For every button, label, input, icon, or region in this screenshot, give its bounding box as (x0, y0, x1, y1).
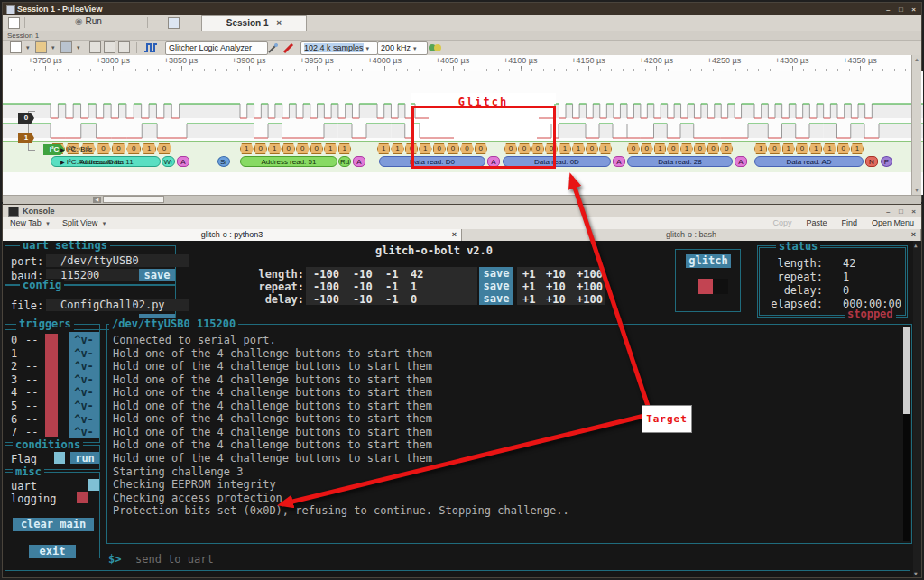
save-value-button[interactable]: save (479, 292, 513, 305)
tab-close-icon[interactable]: × (911, 229, 916, 241)
value-label: length: (250, 268, 304, 281)
uart-toggle-indicator[interactable] (88, 479, 99, 491)
ruler-label: +3800 µs (97, 56, 130, 65)
decrement-button[interactable]: -10 (353, 268, 373, 281)
decoder-wand-icon[interactable] (168, 17, 180, 29)
close-icon[interactable]: × (911, 207, 916, 216)
flag-label: Flag (11, 453, 37, 465)
glitch-armed-indicator[interactable] (698, 279, 713, 294)
minimize-icon[interactable]: – (886, 5, 890, 14)
status-panel: status length:42repeat:1delay:0elapsed:0… (757, 245, 908, 318)
menu-item-split-view[interactable]: Split View ▾ (62, 218, 106, 227)
close-icon[interactable]: × (911, 5, 916, 14)
open-file-icon[interactable] (35, 41, 47, 53)
save-value-button[interactable]: save (479, 267, 513, 280)
value-field[interactable]: 0 (411, 293, 417, 306)
clear-main-button[interactable]: clear main (13, 518, 94, 531)
save-value-button[interactable]: save (479, 280, 513, 292)
action-paste[interactable]: Paste (806, 218, 827, 227)
increment-button[interactable]: +1 (522, 293, 535, 306)
trigger-adjust-button[interactable]: ^v- (70, 334, 97, 346)
maximize-icon[interactable]: □ (899, 5, 903, 14)
sample-count-select[interactable]: 102.4 k samples▾ (300, 41, 378, 55)
action-copy[interactable]: Copy (772, 218, 791, 227)
sample-rate-select[interactable]: 200 kHz▾ (377, 41, 428, 55)
scroll-down-icon[interactable]: ▼ (914, 570, 918, 576)
tab-label: glitch-o : python3 (201, 230, 263, 239)
value-field[interactable]: 42 (411, 268, 423, 281)
trigger-adjust-button[interactable]: ^v- (70, 413, 97, 426)
flag-indicator[interactable] (54, 452, 65, 464)
configure-wand-icon[interactable] (267, 42, 279, 54)
decrement-button[interactable]: -1 (385, 281, 398, 293)
probe-icon[interactable] (282, 42, 294, 54)
tab-session-1[interactable]: Session 1 × (201, 15, 307, 31)
caret-down-icon[interactable]: ▾ (51, 44, 55, 51)
scroll-up-icon[interactable]: ▲ (914, 57, 919, 62)
restore-zoom-icon[interactable] (89, 41, 101, 53)
output-line: Protection bits set (0x0D), refusing to … (113, 504, 569, 517)
increment-button[interactable]: +10 (546, 293, 566, 306)
maximize-icon[interactable]: □ (899, 207, 903, 216)
config-file-field[interactable]: ConfigChall02.py (46, 299, 189, 311)
decrement-button[interactable]: -100 (313, 281, 339, 293)
increment-button[interactable]: +100 (577, 293, 603, 306)
misc-panel: misc uart logging clear main exit (5, 472, 100, 558)
menu-item-new-tab[interactable]: New Tab ▾ (10, 218, 50, 227)
port-field[interactable]: /dev/ttyUSB0 (46, 254, 189, 267)
tab-close-icon[interactable]: × (276, 18, 282, 28)
new-file-icon[interactable] (10, 41, 22, 53)
horizontal-scrollbar[interactable]: ◀ (3, 195, 921, 204)
run-button[interactable]: run (70, 452, 99, 464)
minimize-icon[interactable]: – (886, 207, 890, 216)
decrement-button[interactable]: -100 (313, 268, 339, 281)
increment-button[interactable]: +1 (522, 281, 535, 293)
caret-down-icon[interactable]: ▾ (26, 44, 30, 51)
trigger-adjust-button[interactable]: ^v- (70, 400, 97, 412)
increment-button[interactable]: +100 (577, 281, 603, 293)
increment-button[interactable]: +1 (522, 268, 535, 281)
new-session-icon[interactable] (8, 17, 20, 29)
tab-close-icon[interactable]: × (452, 229, 457, 241)
terminal-tab-2[interactable]: glitch-o : bash× (462, 229, 921, 241)
trigger-state: -- (25, 347, 38, 360)
action-find[interactable]: Find (841, 218, 857, 227)
increment-button[interactable]: +100 (577, 268, 603, 281)
caret-down-icon[interactable]: ▾ (77, 44, 80, 51)
increment-button[interactable]: +10 (546, 281, 566, 293)
pulse-icon[interactable] (143, 42, 158, 53)
trigger-adjust-button[interactable]: ^v- (70, 347, 97, 360)
scroll-up-icon[interactable]: ▲ (914, 242, 918, 248)
trigger-adjust-button[interactable]: ^v- (70, 426, 97, 438)
save-file-icon[interactable] (60, 41, 72, 53)
decrement-button[interactable]: -10 (353, 293, 373, 306)
uart-input[interactable]: send to uart (135, 553, 214, 566)
terminal[interactable]: uart settings port: /dev/ttyUSB0 baud: 1… (3, 241, 921, 577)
waveform-area[interactable]: 0010001010100011110100000000110100101000… (3, 71, 923, 195)
value-field[interactable]: 1 (411, 281, 417, 293)
scrollbar-thumb[interactable] (103, 196, 164, 203)
device-select[interactable]: Glitcher Logic Analyzer v1▾ (165, 41, 268, 55)
konsole-scrollbar[interactable]: ▲ ▼ (913, 241, 921, 577)
action-open-menu[interactable]: Open Menu (872, 218, 914, 227)
uart-save-button[interactable]: save (139, 269, 175, 281)
glitch-button[interactable]: glitch (686, 254, 731, 268)
separator (147, 17, 148, 28)
scroll-left-icon[interactable]: ◀ (93, 197, 101, 203)
decrement-button[interactable]: -10 (353, 281, 373, 293)
time-ruler[interactable]: +3750 µs+3800 µs+3850 µs+3900 µs+3950 µs… (3, 55, 921, 72)
trigger-adjust-button[interactable]: ^v- (70, 373, 97, 386)
zoom-in-icon[interactable] (104, 41, 116, 53)
increment-button[interactable]: +10 (546, 268, 566, 281)
output-scrollbar-thumb[interactable] (903, 327, 910, 414)
logging-toggle-indicator[interactable] (77, 492, 88, 503)
terminal-tab-1[interactable]: glitch-o : python3× (3, 229, 462, 241)
decrement-button[interactable]: -100 (313, 293, 339, 306)
run-button[interactable]: ◉ Run (75, 16, 102, 26)
decrement-button[interactable]: -1 (385, 293, 398, 306)
zoom-fit-icon[interactable] (118, 41, 130, 53)
trigger-adjust-button[interactable]: ^v- (70, 386, 97, 399)
trigger-adjust-button[interactable]: ^v- (70, 360, 97, 373)
decrement-button[interactable]: -1 (385, 268, 398, 281)
output-scrollbar[interactable] (903, 327, 910, 541)
